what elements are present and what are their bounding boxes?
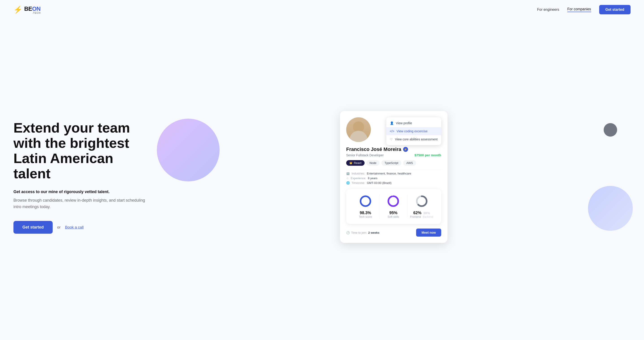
candidate-name: Francisco José Moreira ⚡ [346, 146, 441, 152]
frontend-pct: 62% [414, 211, 422, 215]
hero-section: Extend your team with the brightest Lati… [0, 19, 644, 339]
time-to-join: 🕐 Time to join: 2 weeks [346, 231, 379, 234]
candidate-salary: $7500 per month [414, 153, 441, 157]
profile-card: ⋮ 👤 View profile </> View coding excerci… [340, 111, 448, 243]
frontend-backend-item: 62% 38% Frontend Backend [407, 194, 436, 218]
verified-badge: ⚡ [403, 147, 408, 152]
hero-book-call-link[interactable]: Book a call [65, 225, 84, 230]
crown-icon: 👑 [349, 161, 352, 164]
blob-blue-right [588, 186, 633, 231]
tech-score-label: 98.3% Tech score [359, 211, 372, 218]
card-footer: 🕐 Time to join: 2 weeks Meet now [346, 225, 441, 237]
hero-sub-text: Browse through candidates, review in-dep… [14, 197, 148, 210]
logo: ⚡ BEON .TECH [14, 6, 40, 14]
meet-now-button[interactable]: Meet now [416, 228, 441, 237]
tag-typescript: TypeScript [382, 160, 401, 166]
info-rows: 🏢 Industries: Entertainment, finance, he… [346, 170, 441, 185]
industries-row: 🏢 Industries: Entertainment, finance, he… [346, 172, 441, 175]
soft-skills-label: 95% Soft skills [388, 211, 399, 218]
avatar-body [350, 131, 368, 142]
tech-score-sub: Tech score [359, 215, 372, 218]
hero-or-text: or [57, 225, 60, 230]
soft-skills-pct: 95% [388, 211, 399, 215]
nav-links: For engineers For companies Get started [537, 5, 630, 14]
candidate-role-row: Senior Fullstack Developer $7500 per mon… [346, 153, 441, 157]
timezone-row: 🌐 Timezone: GMT-03:00 (Brazil) [346, 181, 441, 185]
time-label: Time to join: [351, 231, 367, 234]
soft-skills-donut [386, 194, 400, 208]
profile-icon: 👤 [390, 121, 394, 125]
avatar [346, 117, 371, 142]
dropdown-menu: 👤 View profile </> View coding excercise… [386, 117, 441, 145]
split-labels: Frontend Backend [410, 215, 433, 218]
soft-skills-item: 95% Soft skills [380, 194, 408, 218]
svg-point-3 [388, 196, 398, 206]
tag-react: 👑 React [346, 160, 364, 166]
hero-heading: Extend your team with the brightest Lati… [14, 120, 148, 181]
backend-label: Backend [422, 215, 433, 218]
hero-get-started-button[interactable]: Get started [14, 221, 53, 234]
navbar: ⚡ BEON .TECH For engineers For companies… [0, 0, 644, 19]
card-header: ⋮ 👤 View profile </> View coding excerci… [346, 117, 441, 142]
scores-card: 98.3% Tech score 95% [346, 189, 441, 224]
view-profile-option[interactable]: 👤 View profile [386, 119, 441, 127]
skills-tags: 👑 React Node TypeScript AWS [346, 160, 441, 166]
frontend-backend-label: 62% 38% Frontend Backend [410, 211, 433, 218]
code-icon: </> [390, 129, 394, 133]
tag-node: Node [366, 160, 380, 166]
hero-actions: Get started or Book a call [14, 221, 148, 234]
blob-dark [604, 123, 617, 137]
view-core-option[interactable]: ♡ View core abilities assessment [386, 135, 441, 143]
tech-score-donut [359, 194, 372, 208]
time-value: 2 weeks [368, 231, 379, 234]
building-icon: 🏢 [346, 172, 350, 175]
tag-aws: AWS [403, 160, 416, 166]
nav-engineers[interactable]: For engineers [537, 8, 559, 12]
nav-get-started-button[interactable]: Get started [599, 5, 630, 14]
heart-icon: ♡ [390, 138, 393, 141]
clock-icon: 🕐 [346, 231, 350, 234]
svg-point-1 [360, 196, 370, 206]
avatar-person [346, 117, 371, 142]
frontend-donut [415, 194, 428, 208]
logo-text-block: BEON .TECH [24, 6, 40, 14]
hero-right: ⋮ 👤 View profile </> View coding excerci… [161, 110, 630, 244]
hero-left: Extend your team with the brightest Lati… [14, 120, 148, 234]
nav-companies[interactable]: For companies [567, 7, 591, 12]
tech-score-pct: 98.3% [359, 211, 372, 215]
frontend-label: Frontend [410, 215, 421, 218]
logo-bolt-icon: ⚡ [14, 6, 22, 13]
view-coding-option[interactable]: </> View coding excercise [386, 127, 441, 135]
experience-row: ☆ Experience: 8 years [346, 176, 441, 180]
star-icon: ☆ [346, 176, 349, 180]
hero-sub-bold: Get access to our mine of rigorously vet… [14, 189, 148, 195]
candidate-role: Senior Fullstack Developer [346, 153, 384, 157]
blob-purple [157, 119, 220, 181]
split-values: 62% 38% [414, 211, 430, 215]
tech-score-item: 98.3% Tech score [352, 194, 380, 218]
backend-pct: 38% [423, 211, 430, 215]
soft-skills-sub: Soft skills [388, 215, 399, 218]
logo-brand: BEON [24, 6, 40, 12]
globe-icon: 🌐 [346, 181, 350, 185]
